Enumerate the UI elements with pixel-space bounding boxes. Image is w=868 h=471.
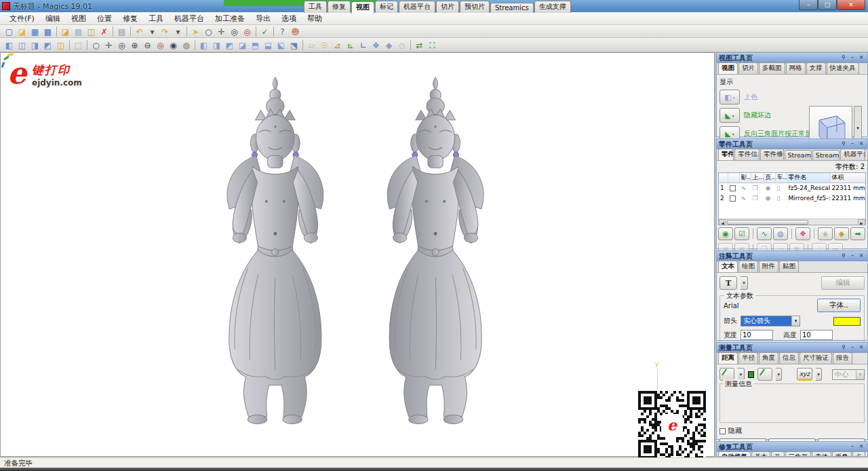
view-left-icon[interactable]: ◩ xyxy=(223,39,236,51)
merge-parts-icon[interactable]: ◈ xyxy=(818,227,833,240)
ribbon-tab[interactable]: 工具 xyxy=(304,1,327,13)
tab[interactable]: 重叠 xyxy=(832,451,852,457)
close-icon[interactable]: × xyxy=(857,140,865,148)
select-all-parts-icon[interactable]: ◉ xyxy=(718,227,733,240)
tab[interactable]: 零件 xyxy=(718,149,734,160)
column-header[interactable]: 零件名 xyxy=(787,173,830,183)
tab[interactable]: 点 xyxy=(852,451,865,457)
shade-icon[interactable]: ❒ xyxy=(753,185,758,191)
menu-item[interactable]: 修复 xyxy=(117,12,143,25)
shade-all-icon[interactable]: ∿ xyxy=(757,227,772,240)
ribbon-tab[interactable]: 修复 xyxy=(328,1,351,13)
duplicate-part-icon[interactable]: ◆ xyxy=(834,227,849,240)
zoom-in-icon[interactable]: ⊕ xyxy=(128,39,141,51)
chevron-down-icon[interactable]: ▾ xyxy=(776,368,782,381)
view-back-icon[interactable]: ◧ xyxy=(197,39,210,51)
screenshot-icon[interactable]: ⛶ xyxy=(426,39,439,51)
help-icon[interactable]: ? xyxy=(276,26,289,37)
view-iso2-icon[interactable]: ⬔ xyxy=(288,39,300,51)
annotation-color-swatch[interactable] xyxy=(833,317,861,326)
ribbon-tab[interactable]: 视图 xyxy=(351,1,374,14)
visibility-icon[interactable]: ∿ xyxy=(741,185,747,191)
menu-item[interactable]: 机器平台 xyxy=(169,12,210,25)
zoom-window-icon[interactable]: ◎ xyxy=(115,39,128,51)
annotation-tool-page-header[interactable]: 注释工具页 ⚲ – × xyxy=(717,251,867,261)
menu-item[interactable]: 文件(F) xyxy=(4,12,40,25)
open-part-icon[interactable]: ◪ xyxy=(59,26,72,37)
validate-icon[interactable]: ✓ xyxy=(258,26,271,37)
tab[interactable]: 支撑 xyxy=(806,62,826,74)
maximize-button[interactable]: ▢ xyxy=(818,0,837,10)
edit-annotation-button[interactable]: 编辑 xyxy=(821,276,865,290)
ribbon-tab[interactable]: 标记 xyxy=(375,1,398,13)
column-header[interactable]: 影.. xyxy=(739,173,751,183)
column-header[interactable] xyxy=(728,173,739,183)
view-bottom-icon[interactable]: ⬓ xyxy=(262,39,275,51)
tab[interactable]: 贴图 xyxy=(779,261,799,272)
status-icon[interactable]: ◉ xyxy=(766,185,771,191)
side-view-icon[interactable]: ◩ xyxy=(41,39,54,51)
tab[interactable]: 机器平台 xyxy=(840,149,865,160)
front-view-icon[interactable]: ◫ xyxy=(16,39,28,51)
collapse-icon[interactable]: – xyxy=(848,252,856,260)
app-icon[interactable] xyxy=(2,2,10,10)
ruler-icon[interactable]: ∟ xyxy=(357,39,370,51)
top-view-icon[interactable]: ◨ xyxy=(28,39,41,51)
ribbon-tab[interactable]: 切片 xyxy=(436,1,459,13)
part-checkbox[interactable] xyxy=(730,195,736,202)
save-part-icon[interactable]: ◫ xyxy=(85,26,98,37)
scroll-left-icon[interactable]: ◀ xyxy=(719,219,726,225)
tab[interactable]: 视图 xyxy=(718,62,738,74)
column-header[interactable]: 车.. xyxy=(775,173,787,183)
view-right-icon[interactable]: ◪ xyxy=(236,39,249,51)
zoom-platform-icon[interactable]: ◍ xyxy=(180,39,193,51)
redo-dropdown-icon[interactable]: ▾ xyxy=(172,26,184,37)
menu-item[interactable]: 选项 xyxy=(276,12,302,25)
measure-tool-page-header[interactable]: 测量工具页 ⚲ – × xyxy=(717,343,867,353)
pin-icon[interactable]: ⚲ xyxy=(840,140,848,148)
collapse-icon[interactable]: – xyxy=(848,140,856,148)
collapse-icon[interactable]: – xyxy=(848,54,856,62)
shade-icon[interactable]: ❒ xyxy=(753,195,758,202)
note-icon[interactable]: ▱ xyxy=(305,39,318,51)
menu-item[interactable]: 导出 xyxy=(250,12,276,25)
active-view-icon[interactable]: ◫ xyxy=(54,39,67,51)
part-tool-page-header[interactable]: 零件工具页 ⚲ – × xyxy=(717,139,867,149)
font-button[interactable]: 字体.. xyxy=(817,299,861,312)
tab[interactable]: 附件 xyxy=(759,261,778,272)
remove-part-icon[interactable]: ✗ xyxy=(98,26,111,37)
select-cursor-icon[interactable]: ➤ xyxy=(189,26,202,37)
menu-item[interactable]: 帮助 xyxy=(302,12,328,25)
column-header[interactable]: 页.. xyxy=(764,173,775,183)
menu-item[interactable]: 位置 xyxy=(92,12,117,25)
text-tool-dropdown-icon[interactable]: ▾ xyxy=(741,276,748,290)
chevron-down-icon[interactable]: ▾ xyxy=(816,368,822,381)
column-header[interactable] xyxy=(719,173,728,183)
width-field[interactable] xyxy=(741,330,773,340)
wire-part-icon[interactable]: ◇ xyxy=(395,39,408,51)
tab[interactable]: 零件信息 xyxy=(734,149,760,160)
bounding-box-icon[interactable]: ⬚ xyxy=(72,39,85,51)
coordinate-readout-button[interactable]: xyz xyxy=(797,368,812,381)
visibility-icon[interactable]: ∿ xyxy=(741,195,747,202)
iso-view-icon[interactable]: ◧ xyxy=(3,39,16,51)
undo-dropdown-icon[interactable]: ▾ xyxy=(146,26,159,37)
view-tool-page-header[interactable]: 视图工具页 ⚲ – × xyxy=(717,53,867,63)
shade-part-icon[interactable]: ◆ xyxy=(382,39,395,51)
tab[interactable]: Streami.. xyxy=(785,150,812,160)
close-button[interactable]: ✕ xyxy=(837,0,865,10)
close-icon[interactable]: × xyxy=(857,443,865,451)
column-header[interactable]: 体积 xyxy=(830,173,865,183)
pin-icon[interactable]: ⚲ xyxy=(840,344,848,352)
collapse-icon[interactable]: – xyxy=(848,443,856,451)
tab[interactable]: 切片 xyxy=(738,62,758,74)
slot-icon[interactable]: ▯ xyxy=(777,195,781,202)
toggle-visibility-icon[interactable]: ☑ xyxy=(734,227,749,240)
part-checkbox[interactable] xyxy=(730,185,736,191)
view-top-icon[interactable]: ⬒ xyxy=(249,39,262,51)
redo-icon[interactable]: ↷ xyxy=(159,26,172,37)
tab[interactable]: 零件修.. xyxy=(760,149,783,160)
arrow-style-select[interactable]: 实心箭头 ▾ xyxy=(741,316,800,326)
open-file-icon[interactable]: ◪ xyxy=(16,26,28,37)
tab[interactable]: 尺寸验证 xyxy=(800,352,832,364)
